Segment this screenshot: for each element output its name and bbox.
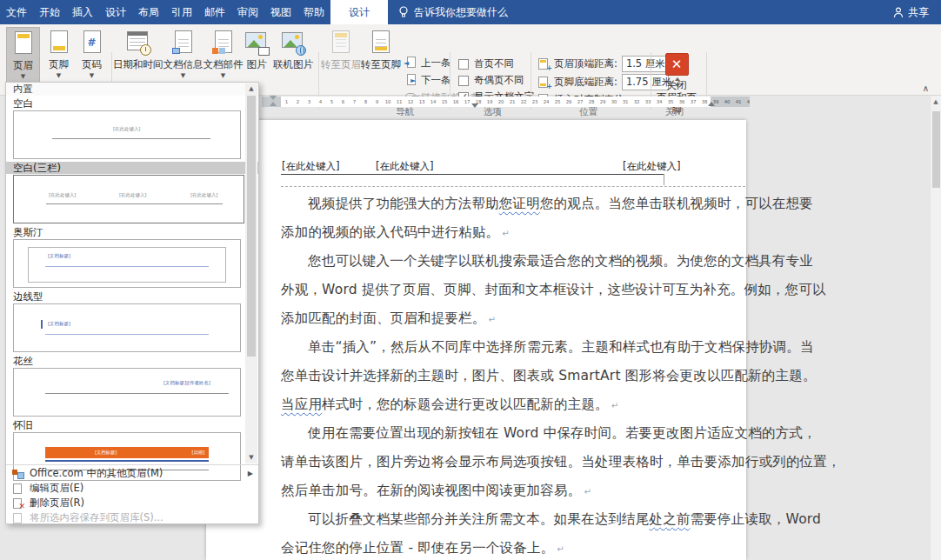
- ruler-tick: 24: [541, 97, 552, 107]
- menu-remove-header[interactable]: ✕ 删除页眉(R): [6, 496, 258, 510]
- word-window: 文件 开始 插入 设计 布局 引用 邮件 审阅 视图 帮助 设计 告诉我你想要做…: [0, 0, 941, 560]
- header-placeholder-right[interactable]: [在此处键入]: [623, 160, 680, 173]
- online-pictures-button[interactable]: 联机图片: [271, 27, 315, 91]
- group-label-options: 选项: [484, 106, 502, 118]
- tab-insert[interactable]: 插入: [66, 0, 99, 24]
- tab-file[interactable]: 文件: [0, 0, 33, 24]
- gallery-item-filigree[interactable]: 花丝 [文档标题]|[作者姓名]: [6, 355, 258, 417]
- proofing-marked-text: 当应用: [281, 397, 322, 412]
- right-indent-marker[interactable]: [708, 102, 715, 106]
- text-segment: 添加匹配的封面、页眉和提要栏。: [281, 310, 486, 326]
- ruler-tick: 37: [688, 97, 699, 107]
- text-segment: 添加的视频的嵌入代码中进行粘贴。: [281, 224, 499, 240]
- group-label-close: 关闭: [665, 106, 684, 118]
- dropdown-caret-icon: ▼: [90, 72, 94, 79]
- paragraph-end-mark: ↵: [611, 401, 619, 410]
- ruler-tick: 28: [586, 97, 597, 107]
- tab-references[interactable]: 引用: [165, 0, 198, 24]
- tab-home[interactable]: 开始: [33, 0, 66, 24]
- header-placeholder-left[interactable]: [在此处键入]: [282, 160, 339, 173]
- previous-icon: ◄: [405, 57, 417, 69]
- gallery-menu: Office.com 中的其他页眉(M) ▶ 编辑页眉(E) ✕ 删除页眉(R)…: [6, 466, 258, 525]
- document-text-line[interactable]: 您也可以键入一个关键字以联机搜索最适合您的文档的视频。为使您的文档具有专业: [281, 247, 667, 276]
- hanging-indent-marker[interactable]: [270, 102, 277, 106]
- menu-edit-header[interactable]: 编辑页眉(E): [6, 481, 258, 496]
- save-selection-icon: [12, 512, 23, 524]
- ruler-tick: 5: [326, 97, 337, 107]
- ruler-tick: 16: [450, 97, 462, 107]
- tab-header-footer-design-active[interactable]: 设计: [330, 0, 388, 24]
- footer-distance-icon: +: [537, 77, 550, 89]
- menu-save-selection-to-gallery: 将所选内容保存到页眉库(S)...: [6, 510, 258, 525]
- dropdown-caret-icon: ▼: [21, 73, 25, 80]
- document-page[interactable]: [在此处键入] [在此处键入] [在此处键入] · 视频提供了功能强大的方法帮助…: [206, 120, 746, 560]
- tab-design[interactable]: 设计: [99, 0, 132, 24]
- ruler-tick: 19: [484, 97, 496, 107]
- goto-footer-icon: [368, 30, 394, 56]
- document-text-line[interactable]: 请单击该图片，图片旁边将会显示布局选项按钮。当处理表格时，单击要添加行或列的位置…: [281, 448, 667, 477]
- text-segment: 会记住您的停止位置 - 即使在另一个设备上。: [281, 540, 554, 556]
- scroll-up-icon[interactable]: ▲: [931, 96, 941, 108]
- gallery-scroll-up-icon[interactable]: ▲: [245, 83, 257, 95]
- ruler-tick: 32: [631, 97, 643, 107]
- header-placeholder-center[interactable]: [在此处键入]: [376, 160, 433, 173]
- document-text-line[interactable]: 可以折叠文档某些部分并关注所需文本。如果在达到结尾处之前需要停止读取，Word: [281, 505, 667, 534]
- ruler-tick: 15: [439, 97, 450, 107]
- person-icon: [893, 7, 904, 18]
- ruler-tick: 20: [496, 97, 507, 107]
- document-text-line[interactable]: 外观，Word 提供了页眉、页脚、封面和文本框设计，这些设计可互为补充。例如，您…: [281, 276, 667, 304]
- text-segment: 单击“插入”，然后从不同库中选择所需元素。主题和样式也有助于文档保持协调。当: [308, 339, 814, 355]
- document-text-line[interactable]: 使用在需要位置出现的新按钮在 Word 中保存时间。若要更改图片适应文档的方式，: [281, 419, 667, 448]
- gallery-scroll-down-icon[interactable]: ▼: [245, 452, 257, 463]
- gallery-item-blank[interactable]: 空白 [在此处键入]: [6, 97, 258, 159]
- different-odd-even-checkbox[interactable]: 奇偶页不同: [458, 74, 524, 87]
- gallery-scrollbar[interactable]: ▲ ▼: [245, 83, 257, 463]
- goto-footer-button[interactable]: 转至页脚: [362, 27, 400, 91]
- share-button[interactable]: 共享: [893, 0, 929, 24]
- gallery-item-sideline[interactable]: 边线型 [文档标题]: [6, 290, 258, 352]
- tab-view[interactable]: 视图: [264, 0, 297, 24]
- document-text-line[interactable]: 会记住您的停止位置 - 即使在另一个设备上。↵: [281, 534, 667, 560]
- goto-header-icon: [328, 30, 354, 56]
- document-text-line[interactable]: 添加匹配的封面、页眉和提要栏。↵: [281, 304, 667, 333]
- first-line-indent-marker[interactable]: [270, 96, 277, 100]
- tab-review[interactable]: 审阅: [231, 0, 264, 24]
- gallery-item-blank-three-columns[interactable]: 空白(三栏) [在此处键入] [在此处键入] [在此处键入]: [6, 162, 258, 223]
- paragraph-end-mark: ↵: [502, 229, 510, 238]
- ruler-tick: 41: [733, 97, 744, 107]
- gallery-preview-sideline: [文档标题]: [13, 303, 241, 352]
- ruler-tick: 1: [281, 97, 292, 107]
- document-body-text[interactable]: 视频提供了功能强大的方法帮助您证明您的观点。当您单击联机视频时，可以在想要添加的…: [281, 190, 667, 560]
- menu-more-headers-office-com[interactable]: Office.com 中的其他页眉(M) ▶: [6, 466, 258, 481]
- gallery-item-austin[interactable]: 奥斯汀 [文档标题]: [6, 226, 258, 288]
- tab-mailings[interactable]: 邮件: [198, 0, 231, 24]
- document-info-icon: [170, 30, 197, 56]
- proofing-marked-text: 处之前: [650, 511, 691, 527]
- dropdown-caret-icon: ▼: [181, 72, 185, 79]
- vertical-scrollbar[interactable]: ▲: [930, 96, 941, 560]
- document-text-line[interactable]: 视频提供了功能强大的方法帮助您证明您的观点。当您单击联机视频时，可以在想要: [281, 190, 667, 218]
- gallery-scrollbar-thumb[interactable]: [247, 96, 256, 357]
- different-first-page-checkbox[interactable]: 首页不同: [458, 57, 514, 70]
- tab-help[interactable]: 帮助: [297, 0, 330, 24]
- document-text-line[interactable]: 当应用样式时，您的标题会进行更改以匹配新的主题。↵: [281, 390, 667, 419]
- document-text-line[interactable]: 您单击设计并选择新的主题时，图片、图表或 SmartArt 图形将会更改以匹配新…: [281, 362, 667, 390]
- scrollbar-thumb[interactable]: [932, 111, 940, 188]
- text-segment: 您也可以键入一个关键字以联机搜索最适合您的文档的视频。为使您的文档具有专业: [308, 253, 813, 269]
- previous-button[interactable]: ◄ 上一条: [405, 55, 451, 70]
- document-text-line[interactable]: 然后单击加号。在新的阅读视图中阅读更加容易。↵: [281, 477, 667, 505]
- tab-layout[interactable]: 布局: [132, 0, 165, 24]
- header-rule-line: [281, 174, 664, 175]
- ruler-tick: 2: [292, 97, 304, 107]
- next-button[interactable]: ◄ 下一条: [405, 72, 451, 88]
- document-text-line[interactable]: 添加的视频的嵌入代码中进行粘贴。↵: [281, 218, 667, 247]
- document-text-line[interactable]: 单击“插入”，然后从不同库中选择所需元素。主题和样式也有助于文档保持协调。当: [281, 333, 667, 362]
- paragraph-end-mark: ↵: [557, 544, 564, 554]
- dropdown-caret-icon: ▼: [221, 72, 225, 79]
- tell-me-box[interactable]: 告诉我你想要做什么: [388, 0, 518, 24]
- header-gallery-dropdown: 内置 空白 [在此处键入] 空白(三栏) [在此处键入] [在此处键入] [在此…: [5, 82, 259, 524]
- center-tab-marker[interactable]: [471, 103, 478, 108]
- ruler-tick: 42: [744, 97, 750, 107]
- collapse-ribbon-icon[interactable]: ∧: [923, 83, 929, 93]
- group-label-navigation: 导航: [396, 106, 414, 118]
